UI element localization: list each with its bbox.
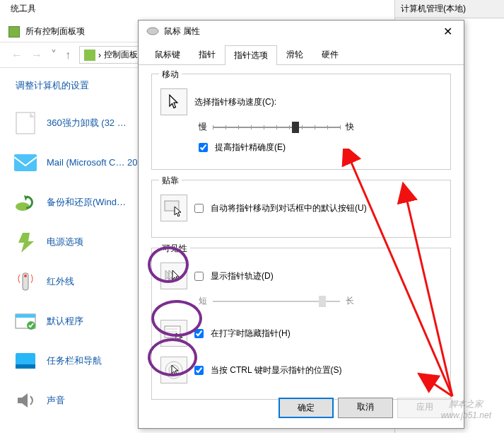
snap-label: 自动将指针移动到对话框中的默认按钮(U) <box>211 202 367 214</box>
tab-buttons[interactable]: 鼠标键 <box>146 45 189 64</box>
svg-rect-1 <box>14 154 37 171</box>
cursor-icon <box>160 88 187 115</box>
group-motion: 移动 选择指针移动速度(C): 慢 快 提高指针精确度(E) <box>151 74 451 170</box>
precision-label: 提高指针精确度(E) <box>215 142 286 154</box>
history-dropdown[interactable]: ˅ <box>51 48 57 62</box>
precision-checkbox[interactable] <box>199 143 208 152</box>
mouse-icon <box>146 27 160 35</box>
infrared-icon <box>13 269 38 294</box>
cancel-button[interactable]: 取消 <box>338 398 393 418</box>
power-icon <box>13 229 38 255</box>
bg-window-title: 统工具 <box>11 3 36 15</box>
trails-icon <box>160 262 187 289</box>
dialog-body: 移动 选择指针移动速度(C): 慢 快 提高指针精确度(E) 贴靠 <box>139 65 464 408</box>
tab-pointers[interactable]: 指针 <box>189 45 225 64</box>
apply-button[interactable]: 应用 <box>397 398 452 418</box>
cp-item-label: 备份和还原(Wind… <box>47 196 126 209</box>
fast-label: 快 <box>346 121 354 133</box>
ctrl-locate-label: 当按 CTRL 键时显示指针的位置(S) <box>211 364 342 376</box>
cp-item-label: 电源选项 <box>47 236 83 248</box>
mail-icon <box>13 150 38 175</box>
group-snap: 贴靠 自动将指针移动到对话框中的默认按钮(U) <box>151 180 451 238</box>
slow-label: 慢 <box>199 121 207 133</box>
dialog-title: 鼠标 属性 <box>164 25 200 37</box>
tab-pointer-options[interactable]: 指针选项 <box>225 45 277 65</box>
group-visibility: 可见性 显示指针轨迹(D) 短 长 在打字时隐藏指针(H) 当按 CTRL 键时… <box>151 248 451 400</box>
breadcrumb[interactable]: › 控制面板 <box>79 46 143 64</box>
svg-rect-6 <box>16 314 35 318</box>
mouse-properties-dialog: 鼠标 属性 ✕ 鼠标键 指针 指针选项 滑轮 硬件 移动 选择指针移动速度(C)… <box>138 20 464 429</box>
short-label: 短 <box>199 295 207 307</box>
hide-typing-checkbox[interactable] <box>194 329 204 338</box>
slider-track[interactable] <box>213 127 340 128</box>
cp-header-title: 所有控制面板项 <box>25 25 85 37</box>
hide-typing-icon <box>160 320 187 347</box>
cp-item-label: 声音 <box>47 394 65 407</box>
long-label: 长 <box>346 295 354 307</box>
hide-typing-label: 在打字时隐藏指针(H) <box>211 328 291 340</box>
taskbar-icon <box>13 348 38 374</box>
svg-rect-9 <box>16 364 35 369</box>
close-button[interactable]: ✕ <box>438 25 458 38</box>
cp-item-label: 任务栏和导航 <box>47 354 102 367</box>
up-button[interactable]: ↑ <box>65 49 71 62</box>
ok-button[interactable]: 确定 <box>279 398 334 418</box>
cp-item-label: 默认程序 <box>47 315 83 328</box>
control-panel-icon <box>8 26 20 37</box>
file-icon <box>13 110 38 136</box>
cp-item-label: 红外线 <box>47 275 74 288</box>
slider-knob[interactable] <box>292 122 299 133</box>
trails-checkbox[interactable] <box>194 272 204 281</box>
breadcrumb-icon <box>84 50 95 61</box>
svg-point-4 <box>24 275 27 277</box>
group-motion-title: 移动 <box>159 69 182 81</box>
svg-point-10 <box>147 28 158 35</box>
dialog-titlebar: 鼠标 属性 ✕ <box>139 21 464 42</box>
defaults-icon <box>13 308 38 334</box>
tab-hardware[interactable]: 硬件 <box>312 45 348 64</box>
tab-wheel[interactable]: 滑轮 <box>277 45 312 64</box>
svg-point-2 <box>16 202 30 211</box>
ctrl-locate-checkbox[interactable] <box>194 366 204 375</box>
group-visibility-title: 可见性 <box>159 243 190 255</box>
ctrl-locate-icon <box>160 357 187 383</box>
forward-button[interactable]: → <box>31 49 42 62</box>
sound-icon <box>13 388 38 413</box>
trails-slider: 短 长 <box>199 295 442 307</box>
group-snap-title: 贴靠 <box>159 175 182 187</box>
back-button[interactable]: ← <box>11 49 23 62</box>
speed-slider[interactable]: 慢 快 <box>199 121 442 133</box>
trails-label: 显示指针轨迹(D) <box>211 270 274 282</box>
backup-icon <box>13 190 38 215</box>
right-pane-title: 计算机管理(本地) <box>395 0 504 18</box>
tabs: 鼠标键 指针 指针选项 滑轮 硬件 <box>139 45 464 65</box>
speed-label: 选择指针移动速度(C): <box>194 96 276 108</box>
snap-icon <box>160 195 187 221</box>
breadcrumb-text: 控制面板 <box>104 49 138 61</box>
cp-item-label: 360强力卸载 (32 … <box>47 117 127 129</box>
snap-checkbox[interactable] <box>194 204 204 213</box>
dialog-buttons: 确定 取消 应用 <box>279 398 452 418</box>
